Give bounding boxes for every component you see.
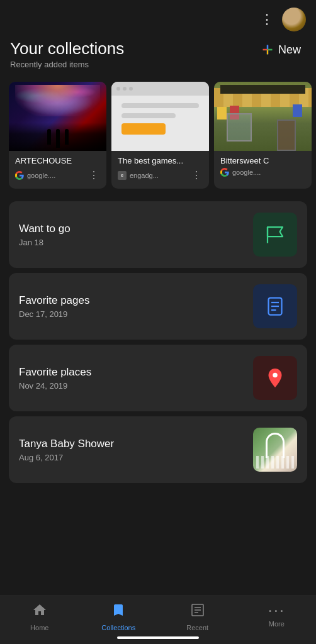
flag-icon [264,223,286,246]
source-text: engadg... [130,172,159,179]
card-games[interactable]: The best games... e engadg... ⋮ [111,82,209,189]
card-artechouse[interactable]: ARTECHOUSE google.... ⋮ [9,82,106,189]
bottom-navigation: Home Collections Recent ··· More [0,596,316,644]
overflow-menu-icon[interactable]: ⋮ [260,11,274,28]
collection-item-favorite-pages[interactable]: Favorite pages Dec 17, 2019 [9,273,307,340]
collection-item-want-to-go[interactable]: Want to go Jan 18 [9,201,307,268]
card-menu-icon[interactable]: ⋮ [87,168,100,182]
document-icon [264,295,286,318]
wedding-chairs [256,456,294,469]
source-text: google.... [232,169,261,176]
collection-name: Favorite places [19,366,91,379]
collections-icon [111,602,126,621]
card-title: Bittersweet C [220,156,305,165]
google-icon [220,168,229,177]
wedding-arch [266,433,285,458]
home-icon [32,602,47,621]
nav-indicator [117,636,199,639]
nav-label-more: More [269,620,285,628]
page-title: Your collections [10,39,124,58]
page-header: Your collections Recently added items Ne… [0,36,316,74]
nav-item-home[interactable]: Home [0,602,79,631]
collection-date: Nov 24, 2019 [19,381,91,391]
header-left: Your collections Recently added items [10,39,124,69]
nav-item-collections[interactable]: Collections [79,602,159,631]
card-bittersweet[interactable]: Bittersweet C google.... [214,82,312,189]
card-source: e engadg... [118,171,159,180]
collection-text: Favorite places Nov 24, 2019 [19,366,91,391]
collection-item-tanya-baby-shower[interactable]: Tanya Baby Shower Aug 6, 2017 [9,416,307,483]
card-title: ARTECHOUSE [15,156,100,165]
recent-items-row: ARTECHOUSE google.... ⋮ [0,74,316,196]
games-image [111,82,209,151]
nav-item-more[interactable]: ··· More [237,602,317,631]
avatar-image [282,8,306,31]
collection-photo-tanya [253,428,297,472]
google-icon [15,171,24,180]
collection-text: Favorite pages Dec 17, 2019 [19,294,89,319]
collection-name: Want to go [19,223,71,235]
collection-date: Dec 17, 2019 [19,309,89,319]
collections-list: Want to go Jan 18 Favorite pages Dec 17,… [0,196,316,488]
source-text: google.... [27,172,55,179]
location-pin-icon [264,367,286,389]
collection-icon-box-favorite-pages [253,284,297,328]
card-title: The best games... [118,156,203,165]
top-bar: ⋮ [0,0,316,36]
nav-item-recent[interactable]: Recent [158,602,237,631]
engadget-icon: e [118,171,127,180]
collection-date: Jan 18 [19,238,71,247]
plus-icon [261,43,274,57]
collection-item-favorite-places[interactable]: Favorite places Nov 24, 2019 [9,345,307,411]
collection-icon-box-want-to-go [253,213,297,257]
wedding-photo [253,428,297,472]
more-icon: ··· [268,602,285,618]
collection-text: Tanya Baby Shower Aug 6, 2017 [19,438,114,462]
user-avatar[interactable] [282,8,306,31]
svg-point-11 [273,373,278,378]
page-subtitle: Recently added items [10,60,124,69]
nav-label-recent: Recent [186,624,208,631]
card-source: google.... [15,171,55,180]
card-menu-icon[interactable]: ⋮ [190,168,203,182]
artechouse-image [9,82,106,151]
nav-label-home: Home [30,624,48,631]
recent-icon [190,602,205,621]
nav-label-collections: Collections [101,624,135,631]
bittersweet-image [214,82,312,151]
collection-text: Want to go Jan 18 [19,223,71,247]
new-button-label: New [278,43,301,57]
collection-name: Tanya Baby Shower [19,438,114,450]
collection-date: Aug 6, 2017 [19,453,114,462]
new-collection-button[interactable]: New [256,39,306,60]
collection-icon-box-favorite-places [253,356,297,400]
collection-name: Favorite pages [19,294,89,307]
card-source: google.... [220,168,261,177]
